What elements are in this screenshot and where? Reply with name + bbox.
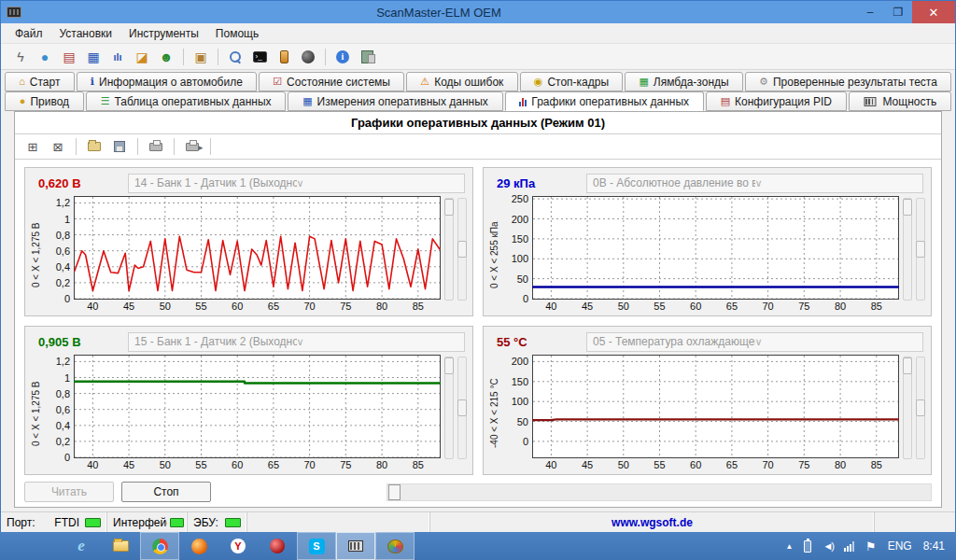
v-zoom-track[interactable]: [916, 198, 925, 301]
v-zoom-thumb[interactable]: [457, 241, 467, 258]
app-window-icon[interactable]: ◪: [132, 47, 152, 67]
clipboard-icon[interactable]: ▣: [190, 47, 211, 67]
chart-value: 0,905 В: [31, 335, 128, 349]
chevron-down-icon: ∨: [755, 336, 918, 348]
v-scroll-track[interactable]: [903, 198, 912, 301]
ie-icon[interactable]: e: [62, 532, 101, 560]
firefox-icon[interactable]: [179, 532, 218, 560]
x-tick-label: 55: [190, 459, 212, 470]
battery-icon[interactable]: [274, 47, 294, 67]
v-scroll-track[interactable]: [444, 357, 454, 459]
menu-help[interactable]: Помощь: [207, 23, 267, 43]
info-icon[interactable]: i: [332, 47, 353, 67]
tab-r2-5[interactable]: Мощность: [849, 91, 951, 111]
scanmaster-icon[interactable]: [336, 532, 375, 560]
chart-value: 0,620 В: [31, 176, 128, 190]
tab-r2-2[interactable]: ▦Измерения оперативных данных: [288, 91, 502, 111]
remove-graph-icon[interactable]: ⊠: [48, 137, 68, 156]
table-icon[interactable]: ▦: [83, 47, 104, 67]
y-axis-ticks: 00,20,40,60,811,2: [43, 355, 74, 472]
v-zoom-track[interactable]: [916, 357, 925, 459]
v-scroll-thumb[interactable]: [444, 357, 454, 374]
menu-file[interactable]: Файл: [7, 23, 51, 43]
connect-icon[interactable]: ϟ: [10, 47, 31, 67]
maximize-button[interactable]: ❐: [884, 1, 912, 23]
title-bar[interactable]: ScanMaster-ELM OEM – ❐ ✕: [1, 1, 955, 23]
v-scroll-thumb[interactable]: [903, 199, 912, 216]
clock[interactable]: 8:41: [923, 539, 945, 553]
y-axis-label: 0 < X < 1,275 В: [31, 196, 43, 314]
skype-icon[interactable]: S: [297, 532, 336, 560]
v-scroll-thumb[interactable]: [444, 199, 454, 216]
read-button[interactable]: Читать: [24, 482, 114, 502]
gauge-icon[interactable]: [298, 47, 318, 67]
minimize-button[interactable]: –: [856, 1, 884, 23]
search-icon[interactable]: [225, 47, 246, 67]
x-tick-label: 40: [81, 459, 104, 470]
add-graph-icon[interactable]: ⊞: [22, 137, 43, 156]
close-button[interactable]: ✕: [912, 1, 955, 23]
pid-select[interactable]: 05 - Температура охлаждающей жидкости дв…: [586, 332, 923, 352]
tab-r1-6[interactable]: ⚙Проверенные результаты теста: [745, 72, 951, 91]
tab-r1-2[interactable]: ☑Состояние системы: [259, 72, 404, 91]
tab-r2-3[interactable]: Графики оперативных данных: [505, 91, 704, 111]
x-tick-label: 85: [407, 459, 429, 470]
user-icon[interactable]: ☻: [156, 47, 176, 67]
y-axis-ticks: 00,20,40,60,811,2: [43, 196, 74, 314]
report-icon[interactable]: ▤: [59, 47, 79, 67]
pid-select[interactable]: 0В - Абсолютное давление во впускном кол…: [586, 174, 923, 193]
y-tick-label: 1,2: [56, 356, 70, 367]
chrome-icon[interactable]: [140, 532, 179, 560]
pid-select-value: 14 - Банк 1 - Датчик 1 (Выходное напряже…: [134, 176, 297, 189]
v-zoom-thumb[interactable]: [916, 241, 925, 258]
x-tick-label: 70: [757, 459, 780, 470]
menu-tools[interactable]: Инструменты: [120, 23, 207, 43]
time-scrollbar-thumb[interactable]: [388, 484, 401, 500]
save-icon[interactable]: [109, 137, 130, 156]
tab-r2-1[interactable]: ☰Таблица оперативных данных: [86, 91, 286, 111]
volume-icon[interactable]: ◄): [822, 540, 833, 552]
v-zoom-track[interactable]: [457, 357, 467, 459]
v-zoom-thumb[interactable]: [457, 399, 467, 416]
x-tick-label: 65: [721, 459, 743, 470]
v-zoom-thumb[interactable]: [916, 399, 925, 416]
explorer-icon[interactable]: [101, 532, 140, 560]
language-indicator[interactable]: ENG: [888, 539, 912, 553]
action-center-icon[interactable]: ⚑: [865, 539, 877, 553]
v-scroll-thumb[interactable]: [903, 357, 912, 374]
tab-r2-4[interactable]: ▤Конфигурация PID: [706, 91, 847, 111]
open-icon[interactable]: [84, 137, 105, 156]
stop-button[interactable]: Стоп: [121, 482, 211, 502]
paint-icon[interactable]: [375, 532, 415, 560]
antivirus-icon[interactable]: [258, 532, 297, 560]
network-icon[interactable]: [844, 541, 854, 552]
tab-r1-4[interactable]: ◉Стоп-кадры: [520, 72, 624, 91]
time-scrollbar[interactable]: [387, 483, 932, 501]
export-icon[interactable]: [182, 137, 203, 156]
tab-r2-0[interactable]: ●Привод: [5, 91, 84, 111]
pid-select[interactable]: 15 - Банк 1 - Датчик 2 (Выходное напряже…: [128, 332, 465, 352]
tab-label: Старт: [30, 76, 61, 89]
chart-icon[interactable]: ılı: [107, 47, 128, 67]
v-scroll-track[interactable]: [444, 198, 454, 301]
v-zoom-track[interactable]: [457, 198, 467, 301]
exit-icon[interactable]: [357, 47, 377, 67]
tab-r1-3[interactable]: ⚠Коды ошибок: [406, 72, 517, 91]
yandex-icon[interactable]: Y: [218, 532, 258, 560]
battery-icon[interactable]: [804, 540, 811, 553]
website-link[interactable]: www.wgsoft.de: [612, 516, 693, 529]
tray-expand-icon[interactable]: ▲: [785, 542, 793, 551]
print-icon[interactable]: [146, 137, 166, 156]
x-tick-label: 55: [648, 459, 670, 470]
v-scroll-track[interactable]: [903, 357, 912, 459]
chart-plot: [74, 355, 441, 458]
tab-r1-5[interactable]: ▦Лямбда-зонды: [625, 72, 743, 91]
pid-select-value: 05 - Температура охлаждающей жидкости дв…: [593, 335, 755, 348]
tab-r1-1[interactable]: ℹИнформация о автомобиле: [77, 72, 257, 91]
pid-select[interactable]: 14 - Банк 1 - Датчик 1 (Выходное напряже…: [128, 174, 465, 193]
globe-icon[interactable]: ●: [35, 47, 55, 67]
tab-r1-0[interactable]: ⌂Старт: [5, 72, 75, 91]
terminal-icon[interactable]: ›_: [249, 47, 270, 67]
x-tick-label: 85: [865, 301, 888, 312]
menu-settings[interactable]: Установки: [51, 23, 120, 43]
